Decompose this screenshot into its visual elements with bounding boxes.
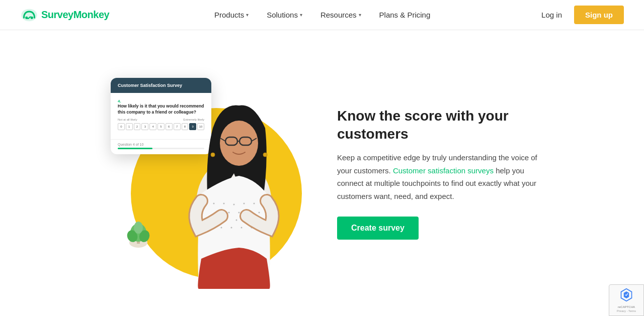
- signup-button[interactable]: Sign up: [574, 6, 624, 24]
- scale-box-2: 2: [134, 123, 141, 130]
- chevron-down-icon: ▾: [359, 12, 361, 18]
- recaptcha-icon: [619, 288, 633, 302]
- svg-point-15: [233, 204, 235, 205]
- svg-point-30: [263, 153, 267, 157]
- svg-point-22: [221, 227, 222, 229]
- navigation: SurveyMonkey Products ▾ Solutions ▾ Reso…: [0, 0, 644, 30]
- svg-point-13: [223, 203, 225, 204]
- logo-text: SurveyMonkey: [41, 9, 109, 21]
- create-survey-button[interactable]: Create survey: [337, 217, 419, 240]
- plant-icon: [123, 219, 153, 249]
- recaptcha-logo: [612, 288, 640, 304]
- nav-products[interactable]: Products ▾: [207, 7, 256, 23]
- svg-point-24: [231, 227, 232, 229]
- chevron-down-icon: ▾: [300, 12, 302, 18]
- nav-plans-pricing[interactable]: Plans & Pricing: [372, 7, 438, 23]
- satisfaction-surveys-link[interactable]: Customer satisfaction surveys: [393, 166, 494, 175]
- main-body: Keep a competitive edge by truly underst…: [337, 151, 548, 202]
- plant-decoration: [123, 219, 153, 249]
- scale-box-1: 1: [126, 123, 133, 130]
- captcha-brand-text: reCAPTCHA: [612, 305, 640, 308]
- logo-link[interactable]: SurveyMonkey: [20, 8, 109, 22]
- scale-box-4: 4: [149, 123, 156, 130]
- text-area: Know the score with your customers Keep …: [337, 107, 548, 240]
- captcha-widget: reCAPTCHA Privacy - Terms: [609, 284, 644, 316]
- svg-point-25: [236, 220, 237, 221]
- svg-point-16: [238, 212, 240, 214]
- illustration-area: Customer Satisfaction Survey 4. How like…: [96, 58, 307, 289]
- main-heading: Know the score with your customers: [337, 107, 548, 144]
- nav-solutions[interactable]: Solutions ▾: [260, 7, 309, 23]
- nav-links: Products ▾ Solutions ▾ Resources ▾ Plans…: [207, 7, 437, 23]
- main-content: Customer Satisfaction Survey 4. How like…: [0, 30, 644, 316]
- scale-box-0: 0: [118, 123, 125, 130]
- nav-actions: Log in Sign up: [535, 6, 624, 24]
- login-button[interactable]: Log in: [535, 7, 568, 23]
- svg-point-36: [134, 222, 143, 234]
- chevron-down-icon: ▾: [246, 12, 249, 18]
- svg-point-29: [211, 153, 215, 157]
- svg-point-14: [228, 212, 230, 214]
- person-figure: [161, 73, 307, 289]
- captcha-links[interactable]: Privacy - Terms: [612, 309, 640, 312]
- phone-progress-fill: [118, 148, 152, 149]
- svg-point-17: [244, 203, 245, 204]
- svg-point-20: [259, 212, 260, 214]
- person-illustration: [161, 73, 307, 289]
- svg-point-26: [241, 227, 243, 229]
- logo-icon: [20, 8, 38, 22]
- svg-point-19: [254, 203, 255, 204]
- nav-resources[interactable]: Resources ▾: [313, 7, 368, 23]
- scale-box-3: 3: [141, 123, 148, 130]
- svg-point-11: [213, 203, 215, 204]
